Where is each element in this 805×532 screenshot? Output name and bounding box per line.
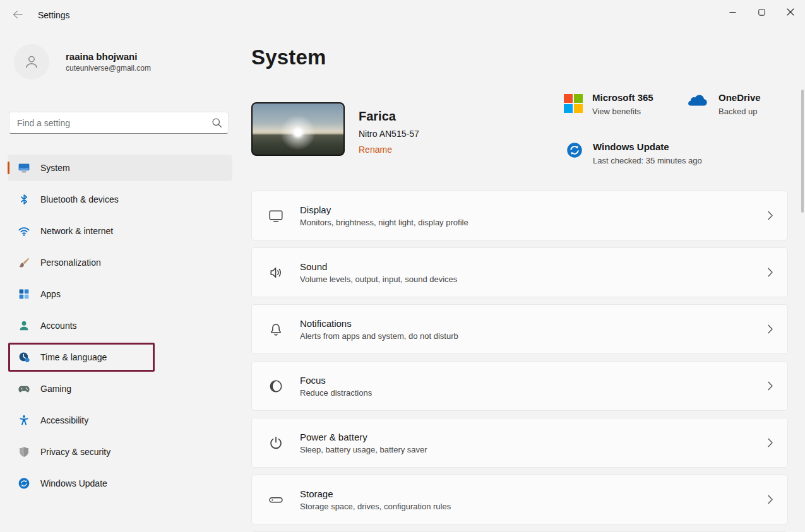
- bell-icon: [252, 321, 300, 338]
- settings-card-notifications[interactable]: Notifications Alerts from apps and syste…: [251, 304, 788, 354]
- chevron-right-icon: [767, 267, 773, 278]
- page-title: System: [251, 45, 326, 69]
- system-icon: [18, 162, 30, 174]
- scrollbar-thumb[interactable]: [801, 90, 804, 213]
- status-title: Microsoft 365: [592, 92, 653, 103]
- status-title: Windows Update: [593, 141, 702, 152]
- settings-card-focus[interactable]: Focus Reduce distractions: [251, 361, 788, 411]
- card-title: Focus: [300, 375, 767, 386]
- sidebar-item-bluetooth-devices[interactable]: Bluetooth & devices: [8, 186, 232, 213]
- chevron-right-icon: [767, 210, 773, 221]
- sidebar-nav: System Bluetooth & devices Network & int…: [8, 155, 232, 502]
- microsoft-365-status[interactable]: Microsoft 365 View benefits: [564, 92, 653, 116]
- display-icon: [252, 208, 300, 224]
- card-subtitle: Sleep, battery usage, battery saver: [300, 445, 767, 454]
- settings-card-sound[interactable]: Sound Volume levels, output, input, soun…: [251, 247, 788, 297]
- card-title: Display: [300, 204, 767, 215]
- clock-language-icon: [18, 351, 30, 364]
- settings-card-list: Display Monitors, brightness, night ligh…: [251, 191, 788, 532]
- settings-card-display[interactable]: Display Monitors, brightness, night ligh…: [251, 191, 788, 240]
- user-email: cuteuniverse@gmail.com: [66, 64, 151, 73]
- windows-update-icon: [566, 141, 583, 159]
- account-profile[interactable]: raaina bhojwani cuteuniverse@gmail.com: [14, 44, 151, 80]
- paintbrush-icon: [18, 256, 30, 269]
- sidebar-item-accessibility[interactable]: Accessibility: [8, 407, 232, 434]
- status-title: OneDrive: [719, 92, 761, 103]
- sidebar-item-label: Network & internet: [40, 226, 113, 236]
- back-button[interactable]: [5, 4, 30, 26]
- sidebar-item-system[interactable]: System: [8, 155, 232, 181]
- sidebar-item-label: Gaming: [40, 384, 71, 394]
- chevron-right-icon: [767, 494, 773, 505]
- sidebar-item-time-language[interactable]: Time & language: [8, 344, 232, 370]
- windows-update-icon: [18, 477, 30, 490]
- rename-link[interactable]: Rename: [359, 145, 392, 155]
- avatar: [14, 44, 49, 80]
- sidebar-item-label: Personalization: [40, 257, 101, 268]
- power-icon: [252, 435, 300, 451]
- search-icon: [212, 117, 222, 128]
- sidebar-item-label: Windows Update: [40, 478, 107, 488]
- card-title: Power & battery: [300, 432, 767, 442]
- device-thumbnail-image: [251, 102, 345, 156]
- sidebar-item-gaming[interactable]: Gaming: [8, 375, 232, 402]
- sidebar-item-label: Bluetooth & devices: [40, 194, 119, 204]
- card-subtitle: Volume levels, output, input, sound devi…: [300, 275, 767, 284]
- accessibility-icon: [18, 414, 30, 427]
- main-content: System Farica Nitro AN515-57 Rename Micr…: [251, 0, 805, 532]
- sidebar-item-label: Accounts: [40, 321, 77, 331]
- onedrive-cloud-icon: [686, 92, 709, 109]
- sidebar-item-accounts[interactable]: Accounts: [8, 312, 232, 339]
- sidebar-item-network-internet[interactable]: Network & internet: [8, 218, 232, 244]
- settings-card-storage[interactable]: Storage Storage space, drives, configura…: [251, 475, 788, 524]
- view-benefits-link[interactable]: View benefits: [592, 107, 653, 116]
- card-subtitle: Monitors, brightness, night light, displ…: [300, 218, 767, 227]
- game-controller-icon: [18, 382, 30, 395]
- sidebar-item-label: Privacy & security: [40, 447, 110, 457]
- sidebar-item-windows-update[interactable]: Windows Update: [8, 470, 232, 497]
- status-subtitle: Backed up: [719, 107, 761, 116]
- sidebar-item-label: Time & language: [40, 352, 107, 362]
- windows-update-status[interactable]: Windows Update Last checked: 35 minutes …: [566, 141, 702, 165]
- focus-moon-icon: [252, 378, 300, 394]
- sidebar-item-apps[interactable]: Apps: [8, 281, 232, 307]
- bluetooth-icon: [18, 193, 30, 206]
- sidebar-item-label: Apps: [40, 289, 61, 299]
- person-icon: [18, 319, 30, 332]
- sidebar-item-label: Accessibility: [40, 415, 88, 425]
- chevron-right-icon: [767, 437, 773, 448]
- search-box: [9, 112, 229, 134]
- apps-icon: [18, 288, 30, 300]
- card-subtitle: Storage space, drives, configuration rul…: [300, 502, 767, 511]
- wifi-icon: [18, 225, 30, 237]
- sidebar: raaina bhojwani cuteuniverse@gmail.com S…: [0, 30, 240, 532]
- chevron-right-icon: [767, 381, 773, 391]
- device-name: Farica: [359, 109, 396, 124]
- card-title: Storage: [300, 488, 767, 499]
- chevron-right-icon: [767, 324, 773, 334]
- search-input[interactable]: [9, 112, 229, 134]
- card-title: Sound: [300, 261, 767, 272]
- onedrive-status[interactable]: OneDrive Backed up: [686, 92, 761, 116]
- window-title: Settings: [38, 10, 70, 20]
- microsoft-365-icon: [564, 94, 583, 113]
- card-title: Notifications: [300, 318, 767, 329]
- sidebar-item-label: System: [40, 163, 70, 173]
- sidebar-item-personalization[interactable]: Personalization: [8, 249, 232, 276]
- storage-drive-icon: [252, 492, 300, 508]
- user-name: raaina bhojwani: [66, 51, 151, 62]
- sidebar-item-privacy-security[interactable]: Privacy & security: [8, 439, 232, 465]
- device-model: Nitro AN515-57: [359, 129, 419, 139]
- back-arrow-icon: [12, 9, 23, 21]
- shield-icon: [18, 446, 30, 458]
- card-subtitle: Reduce distractions: [300, 388, 767, 398]
- status-subtitle: Last checked: 35 minutes ago: [593, 156, 702, 165]
- speaker-icon: [252, 264, 300, 281]
- settings-card-power-battery[interactable]: Power & battery Sleep, battery usage, ba…: [251, 418, 788, 468]
- card-subtitle: Alerts from apps and system, do not dist…: [300, 331, 767, 341]
